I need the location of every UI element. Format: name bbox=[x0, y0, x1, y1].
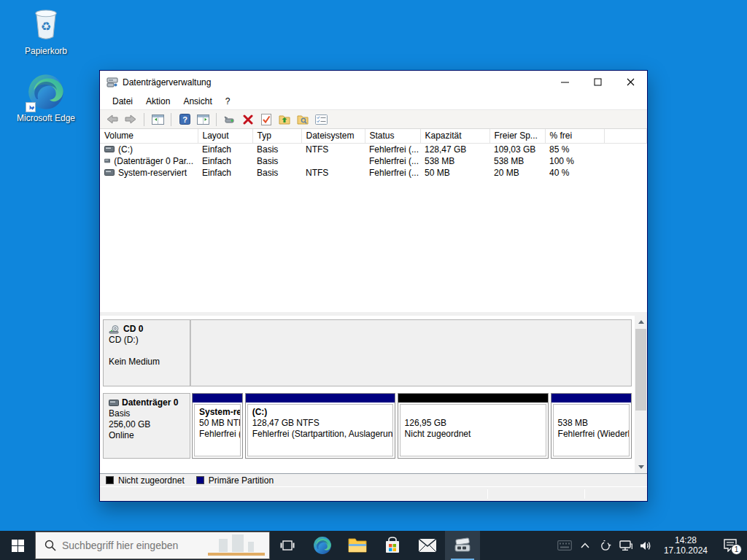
network-icon[interactable] bbox=[617, 531, 635, 560]
taskbar-mail-button[interactable] bbox=[410, 531, 445, 560]
taskbar-task-view-button[interactable] bbox=[270, 531, 305, 560]
forward-icon[interactable] bbox=[124, 113, 137, 126]
properties-icon[interactable] bbox=[223, 113, 236, 126]
svg-text:?: ? bbox=[182, 115, 187, 124]
explore-icon[interactable] bbox=[296, 113, 309, 126]
volume-icon bbox=[104, 146, 115, 152]
taskbar-store-button[interactable] bbox=[375, 531, 410, 560]
search-input[interactable] bbox=[62, 540, 208, 551]
volume-table: Volume Layout Typ Dateisystem Status Kap… bbox=[100, 129, 647, 179]
start-button[interactable] bbox=[0, 531, 35, 560]
toolbar: ? bbox=[100, 109, 647, 129]
partition-color-bar bbox=[246, 394, 395, 402]
column-header-kapazitaet[interactable]: Kapazität bbox=[420, 129, 489, 143]
legend-bar: Nicht zugeordnet Primäre Partition bbox=[100, 473, 647, 486]
taskbar-edge-button[interactable] bbox=[305, 531, 340, 560]
column-header-volume[interactable]: Volume bbox=[100, 129, 198, 143]
close-button[interactable] bbox=[614, 71, 647, 93]
shortcut-arrow-icon bbox=[26, 102, 36, 112]
details-icon[interactable] bbox=[314, 113, 328, 126]
disk0-info[interactable]: Datenträger 0 Basis 256,00 GB Online bbox=[103, 393, 190, 459]
console-tree-icon[interactable] bbox=[151, 113, 164, 126]
column-header-typ[interactable]: Typ bbox=[252, 129, 301, 143]
scrollbar-thumb[interactable] bbox=[635, 329, 646, 411]
taskbar: 14:28 17.10.2024 1 bbox=[0, 531, 747, 560]
taskbar-clock[interactable]: 14:28 17.10.2024 bbox=[658, 535, 713, 556]
toolbar-separator bbox=[216, 113, 217, 126]
help-icon[interactable]: ? bbox=[178, 113, 191, 126]
open-icon[interactable] bbox=[278, 113, 291, 126]
menu-help[interactable]: ? bbox=[219, 95, 237, 108]
desktop-icon-recycle-bin[interactable]: ♻ Papierkorb bbox=[11, 6, 81, 56]
legend-label: Nicht zugeordnet bbox=[118, 475, 185, 486]
delete-volume-icon[interactable] bbox=[241, 113, 255, 126]
table-row[interactable]: System-reserviert Einfach Basis NTFS Feh… bbox=[100, 167, 647, 179]
partition-c-drive[interactable]: (C:) 128,47 GB NTFS Fehlerfrei (Startpar… bbox=[245, 393, 395, 459]
title-bar[interactable]: Datenträgerverwaltung bbox=[100, 71, 647, 93]
cd-subtitle: CD (D:) bbox=[109, 335, 185, 346]
partition-recovery[interactable]: 538 MB Fehlerfrei (Wiederherstellungspar… bbox=[551, 393, 632, 459]
column-header-empty bbox=[604, 129, 647, 143]
column-header-freier-speicher[interactable]: Freier Sp... bbox=[489, 129, 545, 143]
column-header-layout[interactable]: Layout bbox=[198, 129, 252, 143]
scroll-down-icon[interactable] bbox=[635, 461, 647, 473]
legend-swatch-unallocated bbox=[106, 476, 114, 484]
mark-partition-active-icon[interactable] bbox=[260, 113, 273, 126]
disk0-type: Basis bbox=[109, 408, 185, 419]
legend-unallocated: Nicht zugeordnet bbox=[106, 475, 185, 486]
volume-icon bbox=[104, 158, 110, 164]
desktop-icon-microsoft-edge[interactable]: Microsoft Edge bbox=[11, 73, 81, 123]
table-row[interactable]: (Datenträger 0 Par... Einfach Basis Fehl… bbox=[100, 155, 647, 167]
legend-primary-partition: Primäre Partition bbox=[196, 475, 274, 486]
table-row[interactable]: (C:) Einfach Basis NTFS Fehlerfrei (... … bbox=[100, 143, 647, 155]
maximize-button[interactable] bbox=[581, 71, 614, 93]
recycle-bin-icon: ♻ bbox=[30, 31, 62, 43]
tray-status-icon[interactable] bbox=[597, 531, 614, 560]
notification-badge: 1 bbox=[731, 544, 742, 555]
partition-color-bar bbox=[193, 394, 242, 402]
windows-logo-icon bbox=[12, 540, 24, 552]
microsoft-store-icon bbox=[384, 537, 401, 554]
column-header-prozent-frei[interactable]: % frei bbox=[545, 129, 604, 143]
disk-management-window: Datenträgerverwaltung Datei Aktion Ansic… bbox=[99, 70, 648, 502]
action-center-button[interactable]: 1 bbox=[716, 531, 744, 560]
search-highlights-graphic[interactable] bbox=[208, 535, 265, 556]
status-bar bbox=[100, 486, 647, 501]
taskbar-disk-management-button[interactable] bbox=[445, 531, 480, 560]
menu-aktion[interactable]: Aktion bbox=[139, 95, 177, 108]
cd-drive-info[interactable]: CD 0 CD (D:) Kein Medium bbox=[103, 319, 190, 386]
taskbar-file-explorer-button[interactable] bbox=[340, 531, 375, 560]
column-header-dateisystem[interactable]: Dateisystem bbox=[301, 129, 365, 143]
menu-datei[interactable]: Datei bbox=[106, 95, 139, 108]
scroll-up-icon[interactable] bbox=[635, 316, 647, 328]
disk0-size: 256,00 GB bbox=[109, 419, 185, 430]
clock-date: 17.10.2024 bbox=[664, 545, 708, 556]
statusbar-divider bbox=[584, 489, 585, 499]
svg-text:♻: ♻ bbox=[41, 20, 52, 33]
search-icon bbox=[44, 540, 56, 551]
cd-media-area bbox=[190, 319, 632, 386]
taskbar-search-box[interactable] bbox=[35, 532, 270, 559]
touch-keyboard-icon[interactable] bbox=[556, 531, 573, 560]
disk-management-app-icon bbox=[107, 77, 118, 88]
cd-drive-row[interactable]: CD 0 CD (D:) Kein Medium bbox=[103, 319, 632, 386]
minimize-button[interactable] bbox=[549, 71, 581, 93]
statusbar-divider bbox=[487, 489, 488, 499]
partition-color-bar bbox=[398, 394, 548, 402]
partition-unallocated[interactable]: 126,95 GB Nicht zugeordnet bbox=[398, 393, 549, 459]
menu-ansicht[interactable]: Ansicht bbox=[177, 95, 218, 108]
partition-system-reserved[interactable]: System-reserviert 50 MB NTFS Fehlerfrei … bbox=[192, 393, 243, 459]
back-icon[interactable] bbox=[106, 113, 119, 126]
volume-icon[interactable] bbox=[638, 531, 655, 560]
column-header-status[interactable]: Status bbox=[365, 129, 420, 143]
disk-management-taskbar-icon bbox=[453, 537, 472, 554]
search-highlights-underline bbox=[208, 553, 265, 556]
vertical-scrollbar[interactable] bbox=[635, 316, 647, 473]
cd-icon bbox=[109, 325, 120, 334]
action-pane-icon[interactable] bbox=[196, 113, 209, 126]
mail-icon bbox=[418, 538, 437, 553]
window-title: Datenträgerverwaltung bbox=[123, 77, 549, 88]
edge-taskbar-icon bbox=[313, 536, 332, 555]
graphical-view-pane: CD 0 CD (D:) Kein Medium Datenträger 0 B… bbox=[100, 316, 647, 473]
show-hidden-icons-chevron[interactable] bbox=[576, 531, 594, 560]
